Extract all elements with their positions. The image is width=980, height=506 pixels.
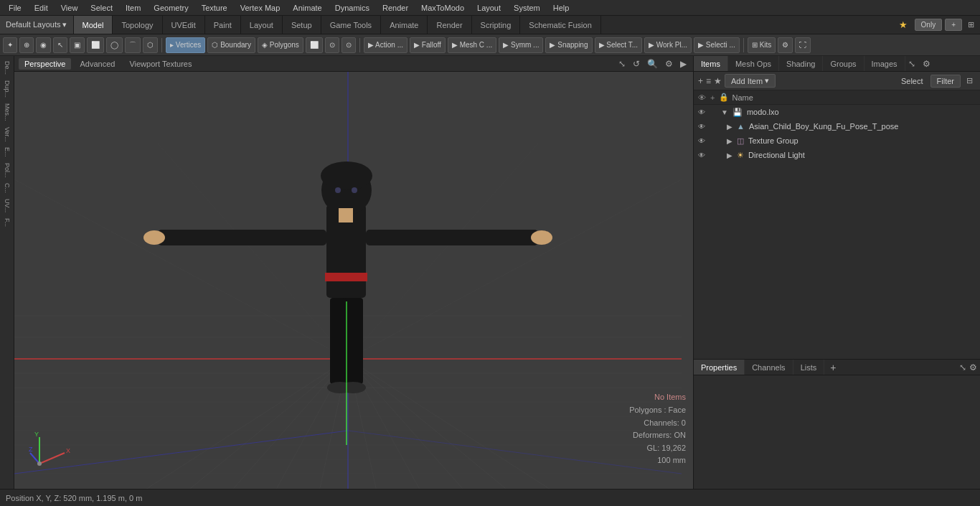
vp-ctrl-settings[interactable]: ⚙	[663, 59, 675, 69]
panel-expand-icon[interactable]: ⊟	[963, 76, 976, 85]
props-plus[interactable]: +	[824, 362, 842, 373]
viewport-3d[interactable]: No Items Polygons : Face Channels: 0 Def…	[14, 72, 693, 489]
item-eye-1[interactable]: 👁	[697, 121, 707, 131]
menu-maxtomodo[interactable]: MaxToModo	[415, 2, 470, 14]
layout-dropdown[interactable]: Default Layouts ▾	[0, 16, 74, 34]
sidebar-ver[interactable]: Ver...	[4, 125, 11, 144]
item-chevron-2[interactable]: ▶	[727, 137, 732, 145]
tool-mode1[interactable]: ⬜	[306, 37, 323, 53]
item-chevron-0[interactable]: ▼	[721, 108, 728, 116]
items-tab-images[interactable]: Images	[864, 56, 905, 71]
menu-item[interactable]: Item	[120, 2, 146, 14]
menu-view[interactable]: View	[55, 2, 84, 14]
layout-resize[interactable]: ⊞	[965, 20, 977, 29]
tool-grid[interactable]: ⊕	[19, 37, 34, 53]
item-chevron-3[interactable]: ▶	[727, 151, 732, 159]
col-eye-icon[interactable]: 👁	[698, 93, 706, 102]
layout-tab-setup[interactable]: Setup	[283, 16, 321, 34]
menu-help[interactable]: Help	[547, 2, 575, 14]
tool-rect[interactable]: ▣	[70, 37, 85, 53]
layout-tab-topology[interactable]: Topology	[113, 16, 162, 34]
vp-tab-perspective[interactable]: Perspective	[19, 58, 71, 70]
tool-lasso[interactable]: ⌒	[125, 37, 141, 53]
sidebar-pol[interactable]: Pol...	[4, 161, 11, 180]
sidebar-dup[interactable]: Dup...	[4, 78, 11, 100]
menu-render[interactable]: Render	[377, 2, 414, 14]
menu-vertexmap[interactable]: Vertex Map	[235, 2, 286, 14]
tool-fullscreen[interactable]: ⛶	[795, 37, 811, 53]
items-tab-shading[interactable]: Shading	[779, 56, 823, 71]
item-directional-light[interactable]: 👁 ▶ ☀ Directional Light	[694, 148, 980, 162]
props-tab-channels[interactable]: Channels	[745, 360, 793, 375]
item-eye-3[interactable]: 👁	[697, 150, 707, 160]
col-plus-icon[interactable]: +	[710, 93, 715, 102]
menu-dynamics[interactable]: Dynamics	[329, 2, 375, 14]
tool-symm[interactable]: ▶ Symm ...	[499, 37, 543, 53]
layout-tab-scripting[interactable]: Scripting	[472, 16, 521, 34]
tool-mode3[interactable]: ⊙	[341, 37, 356, 53]
layout-tab-schematic[interactable]: Schematic Fusion	[520, 16, 600, 34]
sidebar-mes[interactable]: Mes...	[4, 101, 11, 123]
props-tab-lists[interactable]: Lists	[793, 360, 825, 375]
vp-ctrl-rotate[interactable]: ↺	[631, 59, 642, 69]
add-item-star-icon[interactable]: ★	[714, 76, 722, 86]
sidebar-f[interactable]: F...	[4, 216, 11, 229]
layout-tab-uvedit[interactable]: UVEdit	[163, 16, 205, 34]
layout-tab-gametools[interactable]: Game Tools	[321, 16, 382, 34]
tool-kits[interactable]: ⊞ Kits	[748, 37, 776, 53]
menu-select[interactable]: Select	[85, 2, 118, 14]
sidebar-uv[interactable]: UV...	[4, 197, 11, 215]
tool-selecti[interactable]: ▶ Selecti ...	[694, 37, 740, 53]
items-tab-items[interactable]: Items	[694, 56, 728, 71]
layout-tab-paint[interactable]: Paint	[205, 16, 241, 34]
only-button[interactable]: Only	[915, 19, 943, 31]
menu-layout[interactable]: Layout	[471, 2, 507, 14]
sidebar-de[interactable]: De...	[4, 59, 11, 77]
tool-select-arrow[interactable]: ↖	[53, 37, 67, 53]
tool-boundary[interactable]: ⬡ Boundary	[207, 37, 255, 53]
tool-meshc[interactable]: ▶ Mesh C ...	[448, 37, 496, 53]
vp-tab-advanced[interactable]: Advanced	[74, 58, 121, 70]
vp-ctrl-expand[interactable]: ⤡	[616, 59, 628, 69]
tool-mode2[interactable]: ⊙	[325, 37, 339, 53]
tool-action[interactable]: ▶ Action ...	[364, 37, 407, 53]
items-settings-icon[interactable]: ⚙	[920, 59, 933, 69]
vp-ctrl-play[interactable]: ▶	[678, 59, 689, 69]
add-item-filter-icon[interactable]: ≡	[706, 76, 711, 86]
item-asian-child[interactable]: 👁 ▶ ▲ Asian_Child_Boy_Kung_Fu_Pose_T_pos…	[694, 119, 980, 133]
layout-tab-render[interactable]: Render	[428, 16, 471, 34]
tool-snap[interactable]: ◉	[36, 37, 51, 53]
props-tab-properties[interactable]: Properties	[694, 360, 745, 375]
item-texture-group[interactable]: 👁 ▶ ◫ Texture Group	[694, 133, 980, 148]
menu-system[interactable]: System	[508, 2, 546, 14]
add-item-button[interactable]: Add Item ▾	[725, 74, 776, 88]
tool-workpl[interactable]: ▶ Work Pl...	[644, 37, 692, 53]
tool-square[interactable]: ⬜	[87, 37, 104, 53]
tool-vertices[interactable]: ▸ Vertices	[166, 37, 205, 53]
items-resize-icon[interactable]: ⤡	[905, 59, 918, 69]
item-eye-0[interactable]: 👁	[697, 107, 707, 117]
menu-edit[interactable]: Edit	[29, 2, 54, 14]
menu-texture[interactable]: Texture	[196, 2, 233, 14]
item-chevron-1[interactable]: ▶	[727, 123, 732, 131]
sidebar-e[interactable]: E...	[4, 145, 11, 159]
props-resize-icon[interactable]: ⤡	[959, 362, 966, 373]
tool-settings[interactable]: ⚙	[778, 37, 793, 53]
layout-tab-layout[interactable]: Layout	[241, 16, 283, 34]
tool-circle[interactable]: ◯	[106, 37, 123, 53]
menu-geometry[interactable]: Geometry	[148, 2, 194, 14]
menu-animate[interactable]: Animate	[287, 2, 327, 14]
tool-toggle1[interactable]: ✦	[3, 37, 17, 53]
props-settings-icon[interactable]: ⚙	[969, 362, 977, 373]
vp-tab-textures[interactable]: Viewport Textures	[123, 58, 197, 70]
tool-snapping[interactable]: ▶ Snapping	[545, 37, 592, 53]
tool-other[interactable]: ⬡	[143, 37, 158, 53]
vp-ctrl-zoom[interactable]: 🔍	[645, 59, 660, 69]
filter-button[interactable]: Filter	[930, 75, 961, 88]
items-tab-groups[interactable]: Groups	[823, 56, 864, 71]
tool-selectt[interactable]: ▶ Select T...	[595, 37, 643, 53]
item-eye-2[interactable]: 👁	[697, 136, 707, 146]
star-button[interactable]: ★	[895, 19, 912, 30]
layout-tab-model[interactable]: Model	[74, 16, 113, 34]
tool-falloff[interactable]: ▶ Falloff	[410, 37, 446, 53]
